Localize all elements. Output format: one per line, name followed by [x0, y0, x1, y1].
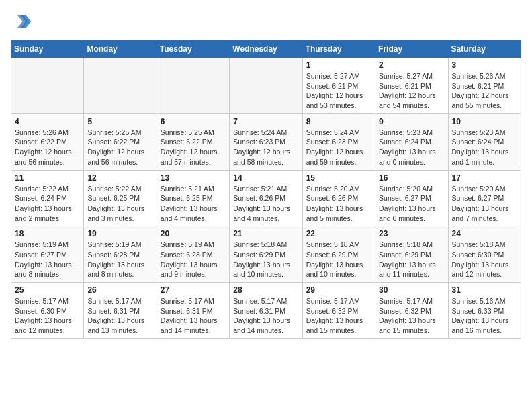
- day-cell: 15Sunrise: 5:20 AMSunset: 6:26 PMDayligh…: [302, 170, 375, 226]
- day-cell: 17Sunrise: 5:20 AMSunset: 6:27 PMDayligh…: [448, 170, 521, 226]
- logo: [11, 11, 35, 32]
- day-number: 22: [306, 229, 371, 238]
- page-header: [11, 11, 521, 32]
- weekday-header-row: SundayMondayTuesdayWednesdayThursdayFrid…: [11, 41, 521, 58]
- day-cell: 23Sunrise: 5:18 AMSunset: 6:29 PMDayligh…: [375, 226, 448, 283]
- day-cell: 29Sunrise: 5:17 AMSunset: 6:32 PMDayligh…: [302, 283, 375, 339]
- day-info: Sunrise: 5:24 AMSunset: 6:23 PMDaylight:…: [233, 128, 298, 167]
- day-number: 24: [452, 229, 517, 238]
- day-info: Sunrise: 5:27 AMSunset: 6:21 PMDaylight:…: [306, 71, 371, 111]
- day-info: Sunrise: 5:17 AMSunset: 6:31 PMDaylight:…: [87, 296, 152, 336]
- day-number: 28: [233, 285, 298, 295]
- weekday-sunday: Sunday: [11, 41, 84, 58]
- day-info: Sunrise: 5:17 AMSunset: 6:30 PMDaylight:…: [15, 296, 80, 336]
- day-number: 18: [15, 229, 80, 238]
- day-number: 19: [87, 229, 152, 238]
- day-cell: 16Sunrise: 5:20 AMSunset: 6:27 PMDayligh…: [375, 170, 448, 226]
- day-number: 25: [15, 285, 80, 295]
- calendar-body: 1Sunrise: 5:27 AMSunset: 6:21 PMDaylight…: [11, 58, 521, 339]
- calendar-table: SundayMondayTuesdayWednesdayThursdayFrid…: [11, 40, 521, 339]
- day-cell: 26Sunrise: 5:17 AMSunset: 6:31 PMDayligh…: [84, 283, 157, 339]
- day-cell: 18Sunrise: 5:19 AMSunset: 6:27 PMDayligh…: [11, 226, 84, 283]
- day-number: 31: [452, 285, 517, 295]
- day-info: Sunrise: 5:22 AMSunset: 6:25 PMDaylight:…: [87, 184, 152, 224]
- day-cell: 1Sunrise: 5:27 AMSunset: 6:21 PMDaylight…: [302, 58, 375, 114]
- day-number: 26: [87, 285, 152, 295]
- day-cell: [11, 58, 84, 114]
- day-cell: 7Sunrise: 5:24 AMSunset: 6:23 PMDaylight…: [230, 113, 302, 170]
- day-info: Sunrise: 5:25 AMSunset: 6:22 PMDaylight:…: [161, 128, 226, 167]
- day-number: 23: [379, 229, 444, 238]
- day-cell: [157, 58, 229, 114]
- day-cell: 22Sunrise: 5:18 AMSunset: 6:29 PMDayligh…: [302, 226, 375, 283]
- day-cell: 8Sunrise: 5:24 AMSunset: 6:23 PMDaylight…: [302, 113, 375, 170]
- day-number: 20: [161, 229, 226, 238]
- day-cell: 31Sunrise: 5:16 AMSunset: 6:33 PMDayligh…: [448, 283, 521, 339]
- day-info: Sunrise: 5:26 AMSunset: 6:21 PMDaylight:…: [452, 71, 517, 111]
- weekday-thursday: Thursday: [302, 41, 375, 58]
- day-number: 4: [15, 117, 80, 126]
- weekday-monday: Monday: [84, 41, 157, 58]
- week-row-4: 18Sunrise: 5:19 AMSunset: 6:27 PMDayligh…: [11, 226, 521, 283]
- day-cell: 6Sunrise: 5:25 AMSunset: 6:22 PMDaylight…: [157, 113, 229, 170]
- day-info: Sunrise: 5:21 AMSunset: 6:26 PMDaylight:…: [233, 184, 298, 224]
- day-cell: 25Sunrise: 5:17 AMSunset: 6:30 PMDayligh…: [11, 283, 84, 339]
- day-info: Sunrise: 5:18 AMSunset: 6:29 PMDaylight:…: [233, 240, 298, 279]
- day-number: 1: [306, 60, 371, 70]
- day-number: 10: [452, 117, 517, 126]
- day-number: 9: [379, 117, 444, 126]
- day-cell: 12Sunrise: 5:22 AMSunset: 6:25 PMDayligh…: [84, 170, 157, 226]
- day-number: 30: [379, 285, 444, 295]
- day-cell: 19Sunrise: 5:19 AMSunset: 6:28 PMDayligh…: [84, 226, 157, 283]
- week-row-2: 4Sunrise: 5:26 AMSunset: 6:22 PMDaylight…: [11, 113, 521, 170]
- day-info: Sunrise: 5:18 AMSunset: 6:29 PMDaylight:…: [306, 240, 371, 279]
- day-cell: 27Sunrise: 5:17 AMSunset: 6:31 PMDayligh…: [157, 283, 229, 339]
- weekday-tuesday: Tuesday: [157, 41, 229, 58]
- day-info: Sunrise: 5:20 AMSunset: 6:27 PMDaylight:…: [452, 184, 517, 224]
- day-cell: 3Sunrise: 5:26 AMSunset: 6:21 PMDaylight…: [448, 58, 521, 114]
- day-cell: 5Sunrise: 5:25 AMSunset: 6:22 PMDaylight…: [84, 113, 157, 170]
- day-info: Sunrise: 5:18 AMSunset: 6:30 PMDaylight:…: [452, 240, 517, 279]
- day-info: Sunrise: 5:26 AMSunset: 6:22 PMDaylight:…: [15, 128, 80, 167]
- day-info: Sunrise: 5:19 AMSunset: 6:27 PMDaylight:…: [15, 240, 80, 279]
- day-cell: 4Sunrise: 5:26 AMSunset: 6:22 PMDaylight…: [11, 113, 84, 170]
- day-info: Sunrise: 5:22 AMSunset: 6:24 PMDaylight:…: [15, 184, 80, 224]
- week-row-1: 1Sunrise: 5:27 AMSunset: 6:21 PMDaylight…: [11, 58, 521, 114]
- day-number: 21: [233, 229, 298, 238]
- day-number: 7: [233, 117, 298, 126]
- day-info: Sunrise: 5:19 AMSunset: 6:28 PMDaylight:…: [161, 240, 226, 279]
- day-cell: 11Sunrise: 5:22 AMSunset: 6:24 PMDayligh…: [11, 170, 84, 226]
- day-cell: 9Sunrise: 5:23 AMSunset: 6:24 PMDaylight…: [375, 113, 448, 170]
- day-cell: 24Sunrise: 5:18 AMSunset: 6:30 PMDayligh…: [448, 226, 521, 283]
- day-info: Sunrise: 5:21 AMSunset: 6:25 PMDaylight:…: [161, 184, 226, 224]
- day-number: 27: [161, 285, 226, 295]
- day-info: Sunrise: 5:17 AMSunset: 6:31 PMDaylight:…: [233, 296, 298, 336]
- day-number: 14: [233, 173, 298, 183]
- day-info: Sunrise: 5:27 AMSunset: 6:21 PMDaylight:…: [379, 71, 444, 111]
- day-cell: 28Sunrise: 5:17 AMSunset: 6:31 PMDayligh…: [230, 283, 302, 339]
- day-info: Sunrise: 5:23 AMSunset: 6:24 PMDaylight:…: [452, 128, 517, 167]
- week-row-5: 25Sunrise: 5:17 AMSunset: 6:30 PMDayligh…: [11, 283, 521, 339]
- day-number: 8: [306, 117, 371, 126]
- day-number: 12: [87, 173, 152, 183]
- day-number: 29: [306, 285, 371, 295]
- day-info: Sunrise: 5:23 AMSunset: 6:24 PMDaylight:…: [379, 128, 444, 167]
- day-info: Sunrise: 5:20 AMSunset: 6:26 PMDaylight:…: [306, 184, 371, 224]
- day-number: 5: [87, 117, 152, 126]
- weekday-saturday: Saturday: [448, 41, 521, 58]
- day-cell: 14Sunrise: 5:21 AMSunset: 6:26 PMDayligh…: [230, 170, 302, 226]
- day-cell: 21Sunrise: 5:18 AMSunset: 6:29 PMDayligh…: [230, 226, 302, 283]
- day-info: Sunrise: 5:17 AMSunset: 6:31 PMDaylight:…: [161, 296, 226, 336]
- day-number: 2: [379, 60, 444, 70]
- week-row-3: 11Sunrise: 5:22 AMSunset: 6:24 PMDayligh…: [11, 170, 521, 226]
- day-info: Sunrise: 5:20 AMSunset: 6:27 PMDaylight:…: [379, 184, 444, 224]
- day-info: Sunrise: 5:18 AMSunset: 6:29 PMDaylight:…: [379, 240, 444, 279]
- day-number: 17: [452, 173, 517, 183]
- day-info: Sunrise: 5:25 AMSunset: 6:22 PMDaylight:…: [87, 128, 152, 167]
- day-number: 6: [161, 117, 226, 126]
- day-number: 3: [452, 60, 517, 70]
- day-cell: 10Sunrise: 5:23 AMSunset: 6:24 PMDayligh…: [448, 113, 521, 170]
- day-number: 13: [161, 173, 226, 183]
- day-cell: 20Sunrise: 5:19 AMSunset: 6:28 PMDayligh…: [157, 226, 229, 283]
- day-cell: 30Sunrise: 5:17 AMSunset: 6:32 PMDayligh…: [375, 283, 448, 339]
